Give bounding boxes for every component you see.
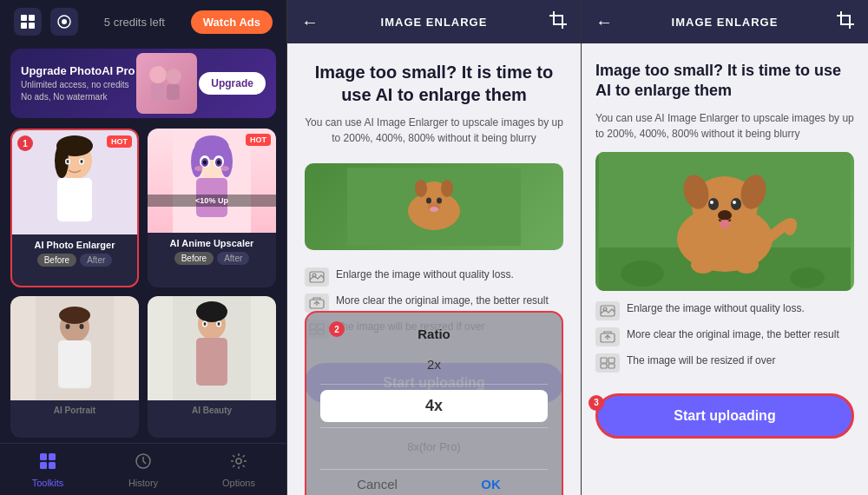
feature-item-2: More clear the original image, the bette…: [305, 294, 563, 313]
tool-card-3[interactable]: AI Portrait: [10, 296, 139, 438]
panel3-header: ← IMAGE ENLARGE: [582, 0, 868, 43]
ratio-option-2x[interactable]: 2x: [320, 350, 548, 379]
ratio-dialog: 2 Ratio 2x 4x 8x(for Pro) Cancel OK: [305, 311, 563, 495]
tool-card-body-4: AI Beauty: [148, 400, 276, 424]
panel3-hero-title: Image too small? It is time to use AI to…: [595, 61, 854, 102]
panel3-feature-text-1: Enlarge the image without quality loss.: [627, 301, 805, 316]
panel3-title: IMAGE ENLARGE: [672, 16, 779, 29]
svg-point-76: [708, 198, 719, 210]
svg-rect-1: [29, 15, 35, 21]
panel3-feature-icon-2: [595, 327, 620, 346]
panel3-feature-item-1: Enlarge the image without quality loss.: [595, 301, 854, 320]
nav-label-options: Options: [222, 478, 255, 488]
svg-point-29: [217, 161, 220, 165]
tool-card-body-2: AI Anime Upscaler Before After: [148, 233, 276, 270]
panel2-crop-button[interactable]: [549, 11, 567, 33]
svg-point-18: [81, 160, 83, 163]
svg-point-80: [718, 210, 732, 221]
feature-text-1: Enlarge the image without quality loss.: [336, 267, 514, 282]
panel2-header: ← IMAGE ENLARGE: [287, 0, 581, 43]
tools-grid: 1: [0, 123, 286, 443]
svg-point-8: [166, 69, 181, 84]
tool-num-badge-1: 1: [17, 135, 33, 151]
watch-ads-button[interactable]: Watch Ads: [191, 10, 273, 34]
before-button-2[interactable]: Before: [174, 252, 214, 265]
nav-item-options[interactable]: Options: [191, 444, 286, 495]
before-button-1[interactable]: Before: [37, 254, 76, 267]
nav-label-history: History: [128, 478, 158, 488]
toolkits-icon: [38, 452, 57, 476]
ratio-option-4x[interactable]: 4x: [320, 390, 548, 422]
tool-img-3-placeholder: [10, 296, 139, 400]
svg-point-38: [80, 324, 84, 329]
svg-point-52: [236, 459, 241, 464]
panel2-image-section: 2 Ratio 2x 4x 8x(for Pro) Cancel OK: [287, 163, 581, 250]
svg-rect-7: [151, 83, 165, 101]
tool-card-ai-photo-enlarger[interactable]: 1: [10, 129, 139, 287]
svg-rect-50: [49, 462, 56, 469]
nav-item-history[interactable]: History: [95, 444, 191, 495]
ratio-option-8x[interactable]: 8x(for Pro): [320, 433, 548, 460]
svg-rect-93: [608, 364, 615, 368]
bottom-nav: Toolkits History Options: [0, 443, 286, 495]
hot-badge-1: HOT: [107, 135, 132, 148]
feature-item-1: Enlarge the image without quality loss.: [305, 267, 563, 287]
panel-3: ← IMAGE ENLARGE Image too small? It is t…: [582, 0, 868, 495]
panel3-dog-image: [595, 152, 854, 291]
panel3-feature-text-3: The image will be resized if over: [627, 353, 775, 368]
feature-icon-1: [305, 267, 329, 287]
panel3-crop-button[interactable]: [837, 11, 854, 33]
tool-card-img-3: [10, 296, 139, 400]
panel2-back-button[interactable]: ←: [301, 12, 319, 32]
up-label-2: <10% Up: [148, 195, 276, 207]
svg-point-30: [194, 166, 203, 171]
svg-point-31: [220, 166, 229, 171]
ratio-badge-2: 2: [329, 321, 345, 337]
svg-rect-47: [40, 453, 47, 460]
credits-text: 5 credits left: [104, 16, 165, 29]
tool-card-body-1: AI Photo Enlarger Before After: [12, 234, 137, 272]
before-after-2: Before After: [155, 252, 269, 265]
ratio-actions: Cancel OK: [320, 469, 548, 492]
ratio-cancel-button[interactable]: Cancel: [320, 477, 434, 492]
upgrade-desc: Unlimited access, no creditsNo ads, No w…: [21, 79, 135, 103]
upgrade-text: Upgrade PhotoAI Pro Unlimited access, no…: [21, 64, 135, 103]
svg-point-61: [430, 207, 438, 212]
panel3-feature-icon-1: [595, 301, 620, 320]
after-button-1[interactable]: After: [80, 254, 112, 267]
svg-point-83: [734, 256, 759, 274]
svg-point-82: [691, 256, 715, 274]
svg-rect-48: [49, 453, 56, 460]
svg-rect-49: [40, 462, 47, 469]
panel3-start-uploading-button[interactable]: Start uploading: [595, 393, 854, 439]
svg-rect-91: [608, 358, 615, 363]
tool-card-ai-anime-upscaler[interactable]: HOT <10% Up AI Anime Upscaler Before Aft…: [148, 129, 276, 287]
num-badge-3: 3: [589, 395, 604, 411]
banner-image: [136, 53, 197, 114]
upgrade-title: Upgrade PhotoAI Pro: [21, 64, 135, 77]
app-icon-1: [14, 8, 42, 36]
svg-point-6: [149, 66, 167, 83]
tool-card-4[interactable]: AI Beauty: [148, 296, 276, 438]
svg-rect-14: [57, 178, 92, 221]
tool-card-title-4: AI Beauty: [155, 406, 269, 415]
panel3-content: Image too small? It is time to use AI to…: [582, 43, 868, 495]
svg-point-57: [441, 180, 453, 197]
ratio-title: Ratio: [320, 327, 548, 341]
svg-point-77: [731, 198, 741, 210]
tool-card-title-2: AI Anime Upscaler: [155, 238, 269, 248]
upgrade-button[interactable]: Upgrade: [199, 72, 266, 95]
svg-point-59: [437, 198, 442, 204]
panel-2: ← IMAGE ENLARGE Image too small? It is t…: [286, 0, 582, 495]
nav-item-toolkits[interactable]: Toolkits: [0, 444, 95, 495]
svg-rect-0: [21, 15, 27, 21]
upgrade-banner: Upgrade PhotoAI Pro Unlimited access, no…: [10, 49, 276, 118]
feature-icon-2: [305, 294, 329, 313]
svg-point-78: [710, 201, 713, 204]
panel2-title: IMAGE ENLARGE: [381, 16, 488, 29]
ratio-ok-button[interactable]: OK: [434, 477, 548, 492]
panel3-back-button[interactable]: ←: [595, 12, 613, 32]
svg-point-5: [62, 19, 67, 24]
svg-rect-42: [196, 338, 227, 386]
after-button-2[interactable]: After: [217, 252, 249, 265]
